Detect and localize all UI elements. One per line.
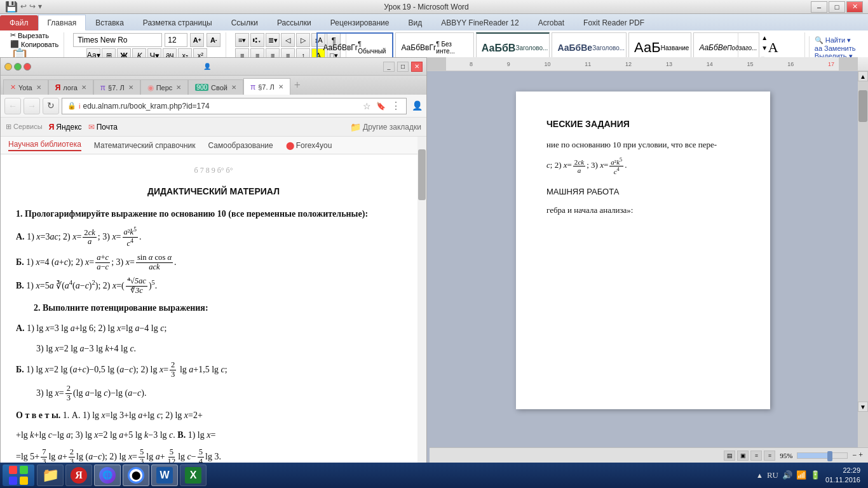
scroll-down[interactable]: ▼ — [858, 402, 868, 412]
tab-loga[interactable]: Я лога ✕ — [48, 79, 93, 95]
address-bar[interactable]: 🔒 i edu.alnam.ru/book_kram.php?id=174 ☆ … — [62, 98, 407, 114]
start-button[interactable] — [3, 464, 34, 486]
forward-button[interactable]: → — [24, 98, 40, 114]
word-area: 8 9 10 11 12 13 14 15 16 17 ЧЕСКИЕ ЗАДАН… — [427, 57, 868, 463]
view-controls: ▤ ▣ ≡ ≡ 95% − + — [724, 451, 863, 461]
replace-button[interactable]: аа Заменить — [815, 44, 863, 52]
taskbar-time[interactable]: 22:29 01.11.2016 — [825, 466, 860, 485]
view-web[interactable]: ≡ — [750, 451, 762, 461]
bookmark-nauchlib[interactable]: Научная библиотека — [8, 140, 81, 151]
other-bookmarks[interactable]: 📁 Другие закладки — [350, 122, 421, 132]
taskbar-chrome[interactable]: ⬤ — [123, 464, 149, 486]
minimize-button[interactable]: – — [811, 1, 827, 13]
tab-acrobat[interactable]: Acrobat — [529, 15, 574, 30]
star-icon[interactable]: ☆ — [363, 101, 371, 111]
taskbar-excel[interactable]: X — [180, 464, 207, 486]
tray-battery[interactable]: 🔋 — [810, 470, 820, 480]
new-tab-button[interactable]: + — [290, 79, 304, 92]
taskbar-explorer[interactable]: 📁 — [37, 464, 64, 486]
bookmark-forex[interactable]: ⬤Forex4you — [286, 141, 332, 150]
word-title: ЧЕСКИЕ ЗАДАНИЯ — [546, 117, 745, 131]
taskbar-yandex[interactable]: Я — [65, 464, 92, 486]
tab-view[interactable]: Вид — [398, 15, 431, 30]
tray-speaker[interactable]: 🔊 — [782, 470, 792, 480]
word-document-scroll[interactable]: ЧЕСКИЕ ЗАДАНИЯ ние по основанию 10 при у… — [427, 71, 868, 463]
font-size-box[interactable]: 12 — [165, 33, 187, 47]
word-scrollbar[interactable]: ▲ ▼ ▤ ▣ ≡ ≡ 95% − + — [858, 71, 868, 463]
tab-abbyy[interactable]: ABBYY FineReader 12 — [431, 15, 529, 30]
task2-B2: 3) lg x=23(lg a−lg c)−lg (a−c). — [36, 384, 411, 403]
bullets-button[interactable]: ≡▾ — [235, 33, 249, 47]
browser-close[interactable] — [24, 63, 31, 71]
bookmark-icon[interactable]: 🔖 — [376, 102, 386, 111]
tab-references[interactable]: Ссылки — [222, 15, 268, 30]
scroll-up[interactable]: ▲ — [858, 71, 868, 81]
list-level-button[interactable]: ≣▾ — [266, 33, 280, 47]
font-name-box[interactable]: Times New Ro — [73, 33, 162, 47]
cut-button[interactable]: ✂ Вырезать — [10, 31, 58, 39]
font-shrink-button[interactable]: A- — [207, 33, 220, 47]
browser-scrollbar-thumb[interactable] — [418, 149, 426, 200]
tab-file[interactable]: Файл — [0, 15, 38, 30]
minimize-btn[interactable]: _ — [383, 62, 395, 72]
numbering-button[interactable]: ⑆▾ — [250, 33, 264, 47]
tab-pers[interactable]: ◉ Перс ✕ — [140, 79, 189, 95]
zoom-handle[interactable] — [827, 451, 832, 461]
find-button[interactable]: 🔍 Найти ▾ — [815, 36, 863, 44]
bookmark-selfedu[interactable]: Самообразование — [208, 141, 273, 150]
tab-loga-close[interactable]: ✕ — [81, 84, 86, 91]
task1-A: А. 1) x=3ac; 2) x=2cka; 3) x=a²k5c4. — [16, 226, 411, 248]
tab-insert[interactable]: Вставка — [86, 15, 133, 30]
tab-svoi-close[interactable]: ✕ — [231, 84, 236, 91]
increase-indent[interactable]: ▷ — [296, 33, 310, 47]
task2-B1: Б. 1) lg x=2 lg (a+c)−0,5 lg (a−c); 2) l… — [16, 361, 411, 379]
tab-yota-close[interactable]: ✕ — [36, 84, 41, 91]
font-grow-button[interactable]: A+ — [190, 33, 204, 47]
decrease-indent[interactable]: ◁ — [281, 33, 295, 47]
tab-svoi[interactable]: 900 Свой ✕ — [188, 79, 243, 95]
refresh-button[interactable]: ↻ — [43, 98, 59, 114]
word-scrollbar-thumb[interactable] — [858, 90, 867, 122]
apps-icon[interactable]: ⊞ Сервисы — [6, 123, 43, 131]
close-btn[interactable]: ✕ — [411, 62, 423, 72]
maximize-button[interactable]: □ — [829, 1, 845, 13]
tab-page-layout[interactable]: Разметка страницы — [133, 15, 222, 30]
bookmark-mathref[interactable]: Математический справочник — [94, 141, 196, 150]
task1-V: В. 1) x=5a ∛(a4(a−c)2); 2) x=(⁴√5ac∛3c)5… — [16, 277, 411, 295]
zoom-out[interactable]: − — [852, 451, 857, 460]
tab-mailings[interactable]: Рассылки — [268, 15, 321, 30]
tab-pi2[interactable]: π §7. Л ✕ — [243, 78, 290, 95]
person-account-icon[interactable]: 👤 — [412, 100, 423, 111]
zoom-in[interactable]: + — [858, 451, 863, 460]
taskbar-browser[interactable]: 🌐 — [94, 464, 121, 486]
menu-icon[interactable]: ⋮ — [391, 100, 401, 112]
taskbar: 📁 Я 🌐 ⬤ W X ▲ RU 🔊 📶 🔋 22:29 01.11.2016 — [0, 463, 868, 488]
tray-expand[interactable]: ▲ — [756, 471, 763, 479]
tab-pi1[interactable]: π §7. Л ✕ — [93, 79, 140, 95]
browser-maximize[interactable] — [14, 63, 22, 71]
tab-yota[interactable]: ✕ Yota ✕ — [3, 79, 48, 95]
restore-btn[interactable]: □ — [397, 62, 409, 72]
view-outline[interactable]: ≡ — [764, 451, 775, 461]
browser-minimize[interactable] — [4, 63, 12, 71]
tab-pers-close[interactable]: ✕ — [176, 84, 181, 91]
view-reading[interactable]: ▣ — [737, 451, 749, 461]
back-button[interactable]: ← — [4, 98, 21, 114]
task1-intro: 1. Прологарифмируйте выражение по основа… — [16, 207, 411, 222]
zoom-slider[interactable] — [797, 452, 848, 459]
tab-pi2-close[interactable]: ✕ — [278, 83, 283, 90]
browser-scrollbar[interactable] — [417, 137, 426, 487]
tab-home[interactable]: Главная — [38, 15, 86, 30]
browser-titlebar: 👤 _ □ ✕ — [1, 58, 426, 76]
yandex-bookmark[interactable]: Я Яндекс — [49, 123, 82, 132]
close-button[interactable]: ✕ — [846, 1, 863, 13]
tab-foxit[interactable]: Foxit Reader PDF — [574, 15, 654, 30]
page-fade-numbers: б 7 8 9 б° б° — [16, 165, 411, 177]
taskbar-word[interactable]: W — [151, 464, 178, 486]
tab-pi1-close[interactable]: ✕ — [128, 84, 133, 91]
view-print[interactable]: ▤ — [724, 451, 735, 461]
tray-network[interactable]: 📶 — [796, 470, 806, 480]
mail-bookmark[interactable]: ✉ Почта — [88, 123, 118, 132]
tab-review[interactable]: Рецензирование — [321, 15, 399, 30]
word-text3: гебра и начала анализа»: — [546, 204, 745, 217]
